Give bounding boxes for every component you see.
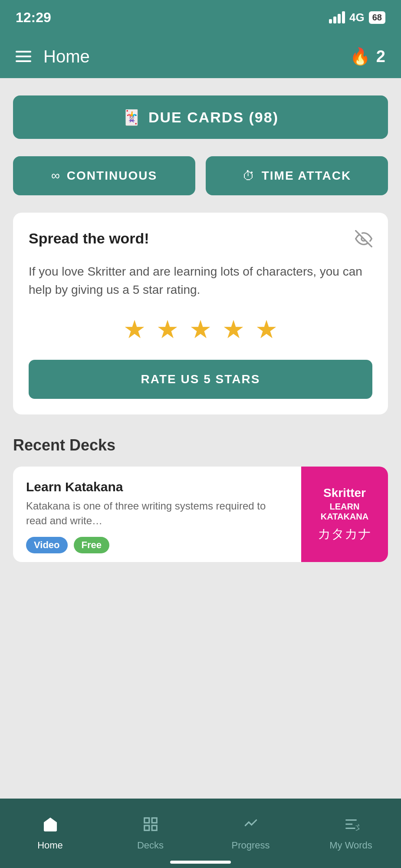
promo-body: If you love Skritter and are learning lo… <box>29 263 372 299</box>
deck-card[interactable]: Learn Katakana Katakana is one of three … <box>13 467 388 562</box>
hide-promo-button[interactable] <box>355 230 372 251</box>
status-bar: 12:29 4G 68 <box>0 0 401 35</box>
deck-description: Katakana is one of three writing systems… <box>26 499 288 528</box>
time-attack-label: TIME ATTACK <box>262 169 352 183</box>
promo-card-header: Spread the word! <box>29 230 372 251</box>
streak-count: 2 <box>376 47 385 66</box>
continuous-icon: ∞ <box>51 169 60 183</box>
nav-label-progress: Progress <box>231 840 270 851</box>
cards-icon: 🃏 <box>122 108 141 126</box>
deck-tags: Video Free <box>26 537 288 553</box>
header-left: Home <box>16 47 90 66</box>
deck-title: Learn Katakana <box>26 480 288 494</box>
svg-rect-3 <box>144 825 149 830</box>
status-time: 12:29 <box>16 10 51 26</box>
progress-icon <box>243 816 259 836</box>
promo-card: Spread the word! If you love Skritter an… <box>13 213 388 414</box>
nav-item-progress[interactable]: Progress <box>200 799 301 868</box>
status-icons: 4G 68 <box>329 11 385 24</box>
signal-icon <box>329 11 345 23</box>
due-cards-label: DUE CARDS (98) <box>148 109 279 126</box>
deck-image-title: Skritter <box>323 486 366 500</box>
time-attack-button[interactable]: ⏱ TIME ATTACK <box>206 156 388 195</box>
nav-label-my-words: My Words <box>329 840 372 851</box>
svg-rect-4 <box>152 825 157 830</box>
star-2: ★ <box>156 315 179 344</box>
menu-button[interactable] <box>16 51 31 62</box>
rate-button[interactable]: RATE US 5 STARS <box>29 360 372 399</box>
star-1: ★ <box>123 315 146 344</box>
decks-icon <box>142 816 159 836</box>
main-content: 🃏 DUE CARDS (98) ∞ CONTINUOUS ⏱ TIME ATT… <box>0 78 401 833</box>
rate-button-label: RATE US 5 STARS <box>141 372 260 386</box>
recent-decks-section: Recent Decks Learn Katakana Katakana is … <box>13 436 388 562</box>
svg-rect-2 <box>152 818 157 822</box>
my-words-icon: 文 <box>343 816 359 836</box>
nav-item-home[interactable]: Home <box>0 799 100 868</box>
mode-buttons-row: ∞ CONTINUOUS ⏱ TIME ATTACK <box>13 156 388 195</box>
home-indicator <box>170 861 231 864</box>
nav-label-home: Home <box>37 840 63 851</box>
star-4: ★ <box>222 315 245 344</box>
continuous-label: CONTINUOUS <box>67 169 157 183</box>
stars-row: ★ ★ ★ ★ ★ <box>29 315 372 344</box>
nav-item-decks[interactable]: Decks <box>100 799 200 868</box>
star-3: ★ <box>189 315 212 344</box>
home-icon <box>42 816 59 836</box>
nav-label-decks: Decks <box>137 840 164 851</box>
star-5: ★ <box>255 315 278 344</box>
recent-decks-title: Recent Decks <box>13 436 388 454</box>
battery-indicator: 68 <box>369 11 385 24</box>
network-type: 4G <box>349 11 365 24</box>
svg-rect-1 <box>144 818 149 822</box>
due-cards-button[interactable]: 🃏 DUE CARDS (98) <box>13 95 388 139</box>
svg-text:文: 文 <box>355 823 359 831</box>
nav-item-my-words[interactable]: 文 My Words <box>301 799 401 868</box>
continuous-button[interactable]: ∞ CONTINUOUS <box>13 156 195 195</box>
promo-title: Spread the word! <box>29 230 149 247</box>
page-title: Home <box>43 47 90 66</box>
streak-icon: 🔥 <box>350 47 370 66</box>
deck-image-subtitle: LEARN KATAKANA <box>308 502 381 522</box>
app-header: Home 🔥 2 <box>0 35 401 78</box>
bottom-nav: Home Decks Progress 文 My Words <box>0 799 401 868</box>
deck-image-japanese: カタカナ <box>318 525 371 543</box>
deck-card-content: Learn Katakana Katakana is one of three … <box>13 467 301 562</box>
deck-card-image: Skritter LEARN KATAKANA カタカナ <box>301 467 388 562</box>
tag-video: Video <box>26 537 68 553</box>
header-right: 🔥 2 <box>350 47 385 66</box>
timer-icon: ⏱ <box>243 169 255 183</box>
tag-free: Free <box>74 537 109 553</box>
